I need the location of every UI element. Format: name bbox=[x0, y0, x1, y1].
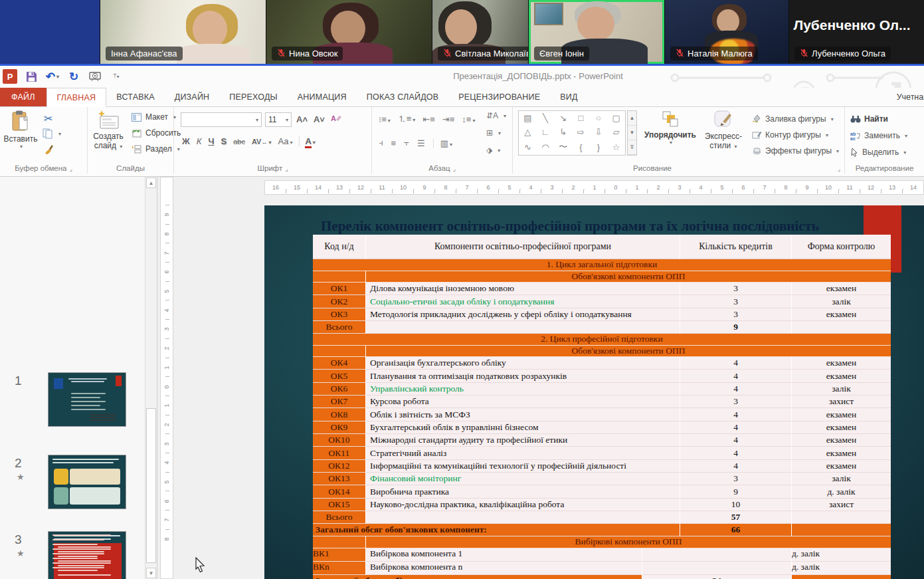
shrink-font-button[interactable]: A˅ bbox=[314, 114, 325, 124]
slide-canvas[interactable]: Перелік компонент освітньо-професійної п… bbox=[264, 205, 924, 579]
shape-option-12[interactable]: ∿ bbox=[519, 139, 537, 155]
layout-button[interactable]: Макет▾ bbox=[132, 112, 176, 122]
scroll-up-arrow[interactable]: ▲ bbox=[146, 177, 156, 188]
shape-option-1[interactable]: ╲ bbox=[537, 111, 555, 125]
video-tile-2[interactable]: Нина Овсюк bbox=[266, 0, 432, 64]
section-row[interactable]: Вибіркові компоненти ОПП bbox=[313, 536, 891, 548]
course-row-ОК14[interactable]: ОК14Виробнича практика9д. залік bbox=[313, 485, 891, 498]
shape-option-14[interactable]: 〜 bbox=[554, 139, 572, 155]
shape-option-0[interactable]: ▤ bbox=[519, 111, 537, 125]
shape-option-10[interactable]: ⇩ bbox=[590, 125, 608, 139]
strikethrough-button[interactable]: abc bbox=[233, 138, 245, 146]
shape-option-6[interactable]: △ bbox=[519, 125, 537, 139]
save-icon[interactable] bbox=[24, 69, 39, 84]
course-row-ОК15[interactable]: ОК15Науково-дослідна практика, кваліфіка… bbox=[313, 499, 891, 511]
course-row-ОК5[interactable]: ОК5Планування та оптимізація податкових … bbox=[313, 370, 891, 382]
copy-button[interactable]: ▾ bbox=[43, 128, 61, 139]
slide-title[interactable]: Перелік компонент освітньо-професійної п… bbox=[301, 218, 839, 235]
undo-button[interactable]: ↶▾ bbox=[45, 69, 60, 84]
format-painter-button[interactable] bbox=[44, 144, 54, 154]
total-row[interactable]: Всього9 bbox=[313, 321, 891, 334]
text-shadow-button[interactable]: S bbox=[221, 136, 227, 146]
video-tile-3[interactable]: Світлана Миколаївна bbox=[432, 0, 528, 64]
tab-файл[interactable]: ФАЙЛ bbox=[0, 88, 46, 106]
increase-indent-button[interactable]: ⇥≡ bbox=[442, 114, 454, 124]
shape-option-3[interactable]: □ bbox=[572, 111, 590, 125]
section-row[interactable]: 1. Цикл загальної підготовки bbox=[313, 259, 891, 271]
replace-button[interactable]: abac Заменить▾ bbox=[850, 128, 907, 144]
shape-option-16[interactable]: } bbox=[590, 139, 608, 155]
tab-главная[interactable]: ГЛАВНАЯ bbox=[46, 88, 107, 107]
video-tile-4[interactable]: Євген Іонін bbox=[528, 0, 664, 64]
shape-option-7[interactable]: ∟ bbox=[537, 125, 555, 139]
course-row-ОК8[interactable]: ОК8Облік і звітність за МСФЗ4екзамен bbox=[313, 408, 891, 421]
section-row[interactable]: Обов'язкові компоненти ОПП bbox=[313, 346, 891, 358]
grand-total-row[interactable]: Загальний обсяг вибіркових компонент:24 bbox=[313, 575, 891, 579]
tab-переходы[interactable]: ПЕРЕХОДЫ bbox=[219, 88, 288, 106]
customize-qat-icon[interactable]: ⸆▾ bbox=[109, 69, 124, 84]
align-left-button[interactable]: ⫞ bbox=[379, 138, 383, 148]
font-name-combo[interactable]: ▾ bbox=[181, 112, 262, 127]
font-size-combo[interactable]: 11▾ bbox=[265, 112, 292, 127]
scrollbar-thumb[interactable] bbox=[146, 408, 156, 563]
course-row-ОК4[interactable]: ОК4Організація бухгалтерського обліку4ек… bbox=[313, 357, 891, 370]
tab-вид[interactable]: ВИД bbox=[550, 88, 587, 106]
new-slide-button[interactable]: Создатьслайд ▾ bbox=[89, 110, 128, 152]
shape-effects-button[interactable]: Эффекты фигуры▾ bbox=[752, 143, 839, 159]
bold-button[interactable]: Ж bbox=[182, 136, 190, 146]
course-row-ОК3[interactable]: ОК3Методологія прикладних досліджень у с… bbox=[313, 308, 891, 321]
underline-button[interactable]: Ч bbox=[208, 136, 214, 146]
course-row-ОК7[interactable]: ОК7Курсова робота3захист bbox=[313, 396, 891, 408]
select-button[interactable]: Выделить▾ bbox=[850, 144, 906, 160]
course-row-ОК12[interactable]: ОК12Інформаційні та комунікаційні технол… bbox=[313, 460, 891, 473]
change-case-button[interactable]: Aa▾ bbox=[278, 136, 292, 146]
justify-button[interactable]: ☰ bbox=[417, 138, 425, 148]
shape-option-5[interactable]: ▢ bbox=[607, 111, 625, 125]
shape-option-15[interactable]: { bbox=[572, 139, 590, 155]
section-row[interactable]: Обов'язкові компоненти ОПП bbox=[313, 271, 891, 283]
shape-option-8[interactable]: ↳ bbox=[554, 125, 572, 139]
course-row-ОК6[interactable]: ОК6Управлінський контроль4залік bbox=[313, 383, 891, 396]
group-label-font[interactable]: Шрифт⌟ bbox=[174, 164, 371, 172]
scroll-down-arrow[interactable]: ▼ bbox=[146, 568, 156, 578]
find-button[interactable]: Найти bbox=[850, 111, 888, 127]
shape-option-13[interactable]: ◠ bbox=[537, 139, 555, 155]
course-row-ОК13[interactable]: ОК13Фінансовий моніторинг3залік bbox=[313, 473, 891, 485]
shape-option-9[interactable]: ⇨ bbox=[572, 125, 590, 139]
shape-fill-button[interactable]: Заливка фигуры▾ bbox=[752, 111, 839, 127]
paste-button[interactable]: Вставить ▾ bbox=[1, 110, 40, 150]
slide-thumbnail-1[interactable] bbox=[48, 372, 126, 427]
shape-outline-button[interactable]: Контур фигуры▾ bbox=[752, 127, 839, 143]
redo-button[interactable]: ↻ bbox=[66, 69, 81, 84]
slide-thumbnail-3[interactable] bbox=[48, 531, 126, 579]
align-center-button[interactable]: ≡ bbox=[391, 138, 397, 148]
group-label-clipboard[interactable]: Буфер обмена⌟ bbox=[0, 164, 87, 172]
video-tile-6[interactable]: Лубенченко Ол...Лубенченко Ольга bbox=[788, 0, 924, 64]
video-tile-5[interactable]: Наталія Малюга bbox=[664, 0, 788, 64]
shape-option-17[interactable]: ☆ bbox=[607, 139, 625, 155]
course-row-ОК1[interactable]: ОК1Ділова комунікація іноземною мовою3ек… bbox=[313, 283, 891, 295]
quick-styles-button[interactable]: Экспресс-стили ▾ bbox=[699, 110, 748, 152]
align-text-button[interactable]: ⊞▾ bbox=[486, 128, 501, 138]
bullets-button[interactable]: ⁝≡▾ bbox=[379, 114, 391, 124]
course-row-ОК10[interactable]: ОК10Міжнародні стандарти аудиту та профе… bbox=[313, 434, 891, 447]
group-label-paragraph[interactable]: Абзац⌟ bbox=[372, 164, 512, 172]
font-color-button[interactable]: A▾ bbox=[299, 136, 315, 146]
start-slideshow-icon[interactable] bbox=[88, 69, 102, 84]
account-button[interactable]: Учетная bbox=[897, 92, 924, 102]
arrange-button[interactable]: Упорядочить ▾ bbox=[643, 110, 697, 146]
course-row-ВКn[interactable]: ВКnВибіркова компонента nд. залік bbox=[313, 562, 891, 575]
clear-formatting-button[interactable]: А bbox=[331, 114, 341, 125]
group-label-drawing[interactable]: Рисование bbox=[513, 164, 792, 172]
character-spacing-button[interactable]: AV↔▾ bbox=[252, 138, 271, 146]
course-row-ОК11[interactable]: ОК11Стратегічний аналіз4екзамен bbox=[313, 447, 891, 459]
tab-вставка[interactable]: ВСТАВКА bbox=[106, 88, 164, 106]
cut-button[interactable]: ✂ bbox=[44, 112, 52, 125]
video-tile-1[interactable]: Інна Афанас'єва bbox=[100, 0, 266, 64]
tab-показ-слайдов[interactable]: ПОКАЗ СЛАЙДОВ bbox=[357, 88, 448, 106]
tab-дизайн[interactable]: ДИЗАЙН bbox=[165, 88, 220, 106]
opp-components-table[interactable]: Код н/дКомпоненти освітньо-професійної п… bbox=[313, 235, 891, 579]
section-row[interactable]: 2. Цикл професійної підготовки bbox=[313, 334, 891, 346]
course-row-ОК2[interactable]: ОК2Соціально-етичні засади обліку і опод… bbox=[313, 295, 891, 308]
course-row-ОК9[interactable]: ОК9Бухгалтерський облік в управлінні біз… bbox=[313, 421, 891, 434]
